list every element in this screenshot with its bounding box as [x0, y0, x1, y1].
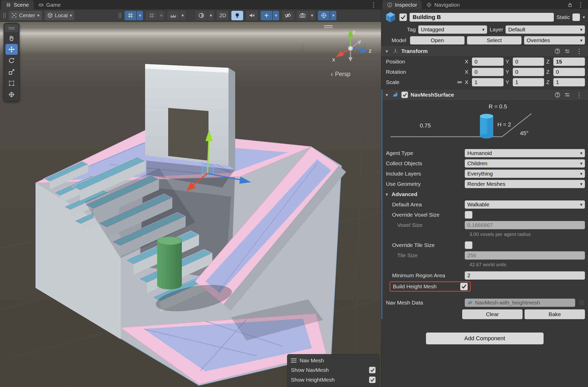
inspector-panel: Inspector Navigation ⋮ Building B Static… — [381, 0, 588, 387]
inspector-menu-icon[interactable]: ⋮ — [575, 2, 586, 8]
palette-drag-handle[interactable] — [5, 24, 18, 32]
foldout-icon[interactable]: ▼ — [385, 49, 390, 53]
tab-inspector-label: Inspector — [395, 2, 417, 8]
show-heightmesh-checkbox[interactable] — [369, 376, 376, 383]
agent-type-dropdown[interactable]: Humanoid▾ — [465, 149, 585, 157]
rotation-x-field[interactable]: 0 — [472, 68, 504, 76]
static-dropdown-icon[interactable]: ▾ — [583, 15, 585, 20]
navmeshsurface-header[interactable]: ▼ NavMeshSurface ⋮ — [381, 89, 588, 100]
tab-scene[interactable]: Scene — [1, 0, 34, 9]
snap-toggle-button[interactable] — [146, 11, 158, 20]
audio-mute-button[interactable] — [246, 11, 258, 20]
min-region-field[interactable]: 2 — [465, 271, 585, 280]
presets-icon[interactable] — [564, 48, 570, 54]
position-y-field[interactable]: 0 — [513, 58, 544, 66]
camera-settings-button[interactable] — [297, 11, 308, 20]
gameobject-name-field[interactable]: Building B — [410, 13, 554, 22]
overlay-handle-icon[interactable] — [291, 358, 297, 363]
toolbar-drag-handle[interactable] — [118, 13, 122, 18]
position-x-field[interactable]: 0 — [472, 58, 504, 66]
grid-visibility-dropdown[interactable]: ▾ — [137, 11, 143, 20]
include-layers-row: Include Layers Everything▾ — [381, 169, 588, 179]
collect-objects-label: Collect Objects — [386, 160, 465, 167]
pivot-mode-dropdown[interactable]: Center ▾ — [9, 11, 42, 20]
advanced-foldout[interactable]: ▼ Advanced — [381, 189, 588, 199]
component-menu-icon[interactable]: ⋮ — [574, 48, 584, 54]
scale-tool[interactable] — [5, 67, 18, 77]
snap-dropdown[interactable]: ▾ — [158, 11, 164, 20]
override-voxel-checkbox[interactable] — [465, 211, 472, 219]
unity-editor-window: Scene Game ⋮ Center ▾ Local ▾ — [0, 0, 588, 387]
help-icon[interactable] — [554, 92, 561, 98]
model-open-button[interactable]: Open — [410, 36, 464, 44]
scene-visibility-button[interactable] — [282, 11, 294, 20]
transform-header[interactable]: ▼ Transform ⋮ — [381, 46, 588, 57]
show-navmesh-checkbox[interactable] — [369, 367, 376, 373]
lighting-toggle-button[interactable] — [231, 11, 243, 20]
rotation-y-field[interactable]: 0 — [513, 68, 544, 76]
shading-mode-dropdown[interactable]: ▾ — [208, 11, 214, 20]
camera-settings-dropdown[interactable]: ▾ — [309, 11, 315, 20]
projection-label[interactable]: ‹ Persp — [331, 70, 369, 78]
tab-game[interactable]: Game — [34, 0, 65, 9]
override-voxel-label: Override Voxel Size — [386, 212, 465, 218]
scene-menu-icon[interactable]: ⋮ — [368, 2, 379, 8]
snap-increment-button[interactable] — [167, 11, 179, 20]
tag-dropdown[interactable]: Untagged ▾ — [418, 25, 487, 34]
include-layers-dropdown[interactable]: Everything▾ — [465, 170, 585, 178]
scale-x-field[interactable]: 1 — [472, 78, 504, 86]
override-tile-checkbox[interactable] — [465, 241, 472, 249]
grid-visibility-button[interactable] — [125, 11, 136, 20]
link-icon[interactable] — [457, 79, 463, 85]
bake-button[interactable]: Bake — [525, 309, 585, 319]
shading-mode-button[interactable] — [195, 11, 207, 20]
gizmos-toggle-button[interactable] — [318, 11, 330, 20]
use-geometry-dropdown[interactable]: Render Meshes▾ — [465, 180, 585, 188]
object-picker-icon[interactable] — [578, 299, 585, 306]
rotate-tool[interactable] — [5, 55, 18, 66]
lock-icon[interactable] — [567, 2, 573, 8]
rotation-z-field[interactable]: 0 — [553, 68, 585, 76]
handle-rotation-dropdown[interactable]: Local ▾ — [45, 11, 75, 20]
effects-toggle-button[interactable] — [261, 11, 272, 20]
foldout-icon[interactable]: ▼ — [385, 93, 390, 97]
rect-tool[interactable] — [5, 78, 18, 89]
tile-size-helper: 42.67 world units — [381, 261, 588, 269]
gizmos-dropdown[interactable]: ▾ — [330, 11, 336, 20]
scale-y-field[interactable]: 1 — [513, 78, 544, 86]
scale-z-field[interactable]: 1 — [553, 78, 585, 86]
overrides-label: Overrides — [527, 37, 550, 43]
toolbar-drag-handle[interactable] — [3, 13, 6, 18]
show-heightmesh-row: Show HeightMesh — [291, 375, 376, 385]
collect-objects-dropdown[interactable]: Children▾ — [465, 159, 585, 168]
clear-button[interactable]: Clear — [462, 309, 523, 319]
show-navmesh-label: Show NavMesh — [291, 367, 369, 373]
transform-tool[interactable] — [5, 89, 18, 100]
effects-dropdown[interactable]: ▾ — [273, 11, 279, 20]
component-enabled-checkbox[interactable] — [401, 91, 408, 98]
tab-inspector[interactable]: Inspector — [382, 0, 422, 9]
presets-icon[interactable] — [564, 92, 570, 98]
default-area-dropdown[interactable]: Walkable▾ — [465, 200, 585, 209]
add-component-button[interactable]: Add Component — [426, 333, 544, 344]
position-z-field[interactable]: 15 — [553, 58, 585, 66]
rotation-label: Rotation — [386, 69, 465, 75]
view-hand-tool[interactable] — [5, 33, 18, 43]
static-checkbox[interactable] — [572, 13, 580, 21]
help-icon[interactable] — [554, 48, 561, 54]
orientation-gizmo[interactable]: x z y — [329, 26, 372, 70]
layer-dropdown[interactable]: Default ▾ — [506, 25, 585, 34]
build-height-mesh-checkbox[interactable] — [460, 283, 468, 290]
tab-navigation[interactable]: Navigation — [422, 0, 464, 9]
check-icon — [370, 377, 375, 382]
overrides-dropdown[interactable]: Overrides ▾ — [524, 36, 585, 44]
snap-increment-dropdown[interactable]: ▾ — [179, 11, 186, 20]
model-select-button[interactable]: Select — [467, 36, 521, 44]
2d-toggle-button[interactable]: 2D — [217, 11, 229, 20]
component-menu-icon[interactable]: ⋮ — [574, 92, 584, 98]
move-tool[interactable] — [5, 44, 18, 55]
effects-sparkle-icon — [263, 12, 270, 19]
nav-mesh-data-field[interactable]: NavMesh-with_heightmesh — [465, 299, 575, 307]
scene-viewport[interactable]: x z y ‹ Persp Nav Mesh Show NavMesh — [0, 22, 381, 387]
active-checkbox[interactable] — [399, 13, 407, 21]
